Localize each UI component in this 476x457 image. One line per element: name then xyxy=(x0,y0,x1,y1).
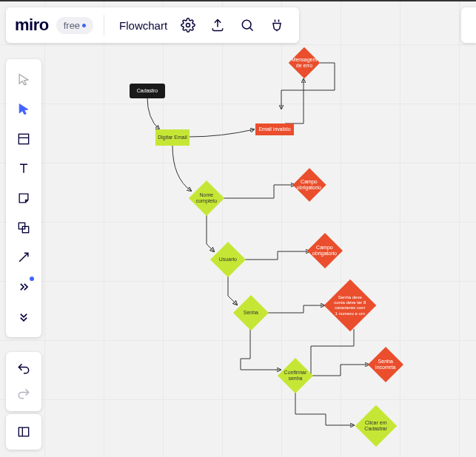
notification-dot-icon xyxy=(30,277,34,281)
panel-toggle-button[interactable] xyxy=(6,414,41,450)
plan-badge[interactable]: free xyxy=(56,17,93,34)
arrow-icon xyxy=(16,250,31,265)
text-icon xyxy=(16,161,31,176)
frame-icon xyxy=(16,132,31,146)
chevrons-down-icon xyxy=(16,309,31,324)
node-label: Usuario xyxy=(218,257,238,263)
tool-expand[interactable] xyxy=(10,302,37,331)
svg-point-1 xyxy=(242,20,251,29)
settings-button[interactable] xyxy=(175,12,201,38)
logo[interactable]: miro xyxy=(15,16,49,35)
tool-more[interactable] xyxy=(10,272,37,302)
plan-label: free xyxy=(64,20,80,31)
node-cadastro[interactable]: Cadastro xyxy=(130,84,165,98)
node-label: Senha deve conta deve ter 8 caracteres c… xyxy=(334,295,366,316)
node-nome-completo[interactable]: Nome completo xyxy=(189,180,224,216)
node-senha-regras[interactable]: Senha deve conta deve ter 8 caracteres c… xyxy=(324,280,377,332)
node-label: Nome completo xyxy=(196,192,217,205)
canvas-grid[interactable] xyxy=(0,0,476,457)
plug-icon xyxy=(269,18,284,33)
node-label: Senha incorreta xyxy=(375,359,396,371)
toolbar xyxy=(6,59,41,337)
sidebar-icon xyxy=(16,424,31,439)
svg-rect-5 xyxy=(22,226,28,232)
svg-point-0 xyxy=(187,24,190,27)
node-label: Confirmar senha xyxy=(284,370,307,382)
node-confirmar-senha[interactable]: Confirmar senha xyxy=(278,358,313,393)
node-label: Cadastro xyxy=(137,88,158,94)
cursor-icon xyxy=(16,102,31,117)
undo-icon xyxy=(16,362,31,376)
board-title[interactable]: Flowchart xyxy=(115,19,172,32)
tool-text[interactable] xyxy=(10,154,37,183)
search-icon xyxy=(240,18,255,33)
node-label: Email invalido xyxy=(258,126,290,132)
divider xyxy=(104,15,104,35)
sticky-note-icon xyxy=(16,191,31,206)
redo-button[interactable] xyxy=(10,382,37,407)
node-label: Campo obrigatorio xyxy=(312,245,337,257)
redo-icon xyxy=(16,387,31,402)
svg-rect-6 xyxy=(19,427,28,436)
svg-rect-4 xyxy=(19,223,24,228)
shape-icon xyxy=(16,220,31,235)
connectors xyxy=(0,0,476,457)
svg-rect-2 xyxy=(19,134,28,143)
plan-dot-icon xyxy=(82,24,86,27)
node-label: Senha xyxy=(241,310,261,316)
upload-icon xyxy=(210,18,225,33)
cursor-outline-icon xyxy=(16,72,31,87)
node-email-invalido[interactable]: Email invalido xyxy=(255,123,294,135)
node-label: Digitar Email xyxy=(158,135,187,141)
node-mensagem-erro[interactable]: Mensagem de erro xyxy=(289,47,320,78)
undo-button[interactable] xyxy=(10,356,37,382)
node-senha-incorreta[interactable]: Senha incorreta xyxy=(368,347,403,382)
search-button[interactable] xyxy=(234,12,261,38)
node-label: Mensagem de erro xyxy=(292,57,318,70)
node-campo-obrigatorio-2[interactable]: Campo obrigatorio xyxy=(307,233,343,268)
undo-redo-panel xyxy=(6,352,41,411)
node-senha[interactable]: Senha xyxy=(233,295,269,331)
right-panel-edge[interactable] xyxy=(461,7,476,43)
tool-cursor[interactable] xyxy=(10,95,37,124)
export-button[interactable] xyxy=(204,12,231,38)
node-campo-obrigatorio-1[interactable]: Campo obrigatorio xyxy=(292,168,326,201)
tool-frame[interactable] xyxy=(10,124,37,154)
node-label: Campo obrigatorio xyxy=(297,179,321,192)
tool-sticky[interactable] xyxy=(10,183,37,213)
gear-icon xyxy=(181,18,195,33)
chevrons-right-icon xyxy=(16,280,31,294)
node-clicar-cadastrar[interactable]: Clicar em Cadastrar xyxy=(355,405,398,447)
node-usuario[interactable]: Usuario xyxy=(210,242,246,277)
top-border xyxy=(0,0,476,1)
plug-button[interactable] xyxy=(264,12,290,38)
tool-line[interactable] xyxy=(10,243,37,272)
node-digitar-email[interactable]: Digitar Email xyxy=(155,129,190,146)
tool-select[interactable] xyxy=(10,65,37,95)
tool-shape[interactable] xyxy=(10,213,37,243)
topbar: miro free Flowchart xyxy=(6,7,299,43)
node-label: Clicar em Cadastrar xyxy=(363,420,389,433)
